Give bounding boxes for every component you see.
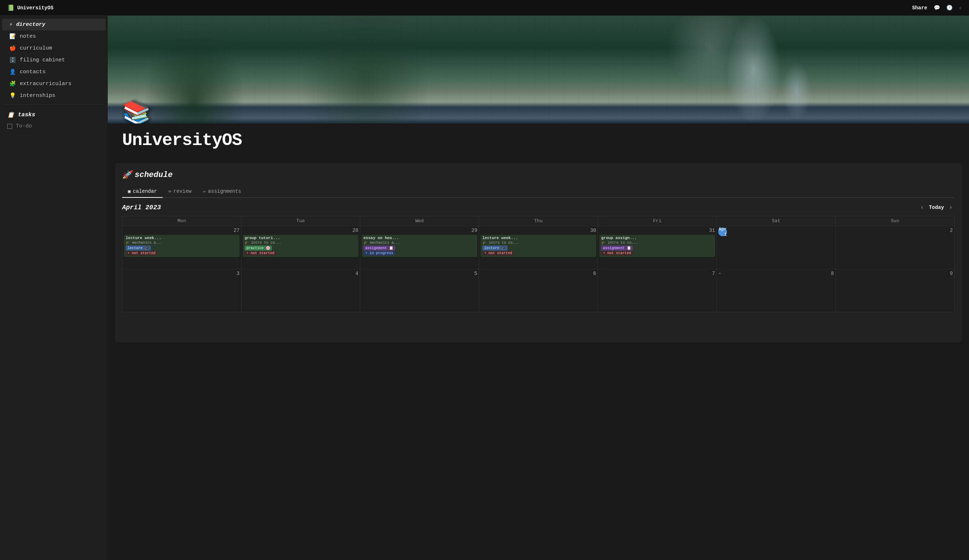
date-4: 4 <box>243 271 358 276</box>
cal-cell-mar30: 30 lecture week... 🎓 intro to co... lect… <box>479 226 598 269</box>
today-button[interactable]: Today <box>929 204 944 210</box>
date-apr1: Apr 1 <box>718 228 727 236</box>
page-title: UniversityOS <box>122 131 955 150</box>
date-3: 3 <box>124 271 240 276</box>
cal-row-2: 3 4 5 6 7 <box>123 269 955 312</box>
in-progress-badge: in progress <box>363 251 395 256</box>
page-content: 📚 UniversityOS 🚀 schedule ▣ calendar <box>108 16 969 560</box>
extracurriculars-icon: 🧩 <box>9 80 16 87</box>
assignments-tab-icon: ✏️ <box>203 188 206 194</box>
tab-assignments-label: assignments <box>208 188 241 194</box>
cal-cell-mar31: 31 group assign... 🎓 intro to co... assi… <box>598 226 717 269</box>
tab-assignments[interactable]: ✏️ assignments <box>197 186 247 198</box>
tasks-icon: 📋 <box>7 111 14 118</box>
event-sub: 🎓 mechanics a... <box>363 241 476 245</box>
sidebar-item-extracurriculars[interactable]: 🧩 extracurriculars <box>2 78 106 90</box>
date-29: 29 <box>362 228 477 233</box>
tab-review-label: review <box>173 188 191 194</box>
schedule-tabs: ▣ calendar ∞ review ✏️ assignments <box>122 186 955 198</box>
cal-cell-apr9: 9 <box>836 269 955 312</box>
sidebar-item-directory[interactable]: ⚡ directory <box>2 19 106 30</box>
topbar: 📗 UniversityOS Share 💬 🕐 ☆ <box>0 0 969 16</box>
cal-event-essay-wed[interactable]: essay on hea... 🎓 mechanics a... assignm… <box>362 235 477 257</box>
cal-cell-apr5: 5 <box>360 269 479 312</box>
weekday-thu: Thu <box>479 216 598 226</box>
not-started-badge: not started <box>245 251 276 256</box>
date-27: 27 <box>124 228 240 233</box>
sidebar-item-internships[interactable]: 💡 internships <box>2 90 106 101</box>
cal-event-lecture-week-mon[interactable]: lecture week... 🎓 mechanics a... lecture… <box>124 235 240 257</box>
cal-event-group-tutori-tue[interactable]: group tutori... 🎓 intro to co... practic… <box>243 235 358 257</box>
sidebar-item-label-extracurriculars: extracurriculars <box>20 81 72 87</box>
cal-cell-apr8: + 8 <box>717 269 836 312</box>
date-5: 5 <box>362 271 477 276</box>
topbar-actions: Share 💬 🕐 ☆ <box>912 5 962 11</box>
history-icon[interactable]: 🕐 <box>946 5 952 11</box>
sidebar-item-filing-cabinet[interactable]: 🗄️ filing cabinet <box>2 54 106 66</box>
todo-item[interactable]: To-do <box>0 121 108 132</box>
cal-cell-apr7: 7 <box>598 269 717 312</box>
weekday-sat: Sat <box>717 216 836 226</box>
sidebar-item-label-curriculum: curriculum <box>20 45 52 52</box>
sidebar-item-notes[interactable]: 📝 notes <box>2 30 106 42</box>
tab-calendar-label: calendar <box>133 188 157 194</box>
page-title-section: UniversityOS <box>108 123 969 160</box>
tab-review[interactable]: ∞ review <box>163 186 197 198</box>
calendar-month: April 2023 <box>122 204 161 211</box>
contacts-icon: 👤 <box>9 68 16 75</box>
event-title: lecture week... <box>482 236 594 240</box>
filing-cabinet-icon: 🗄️ <box>9 57 16 63</box>
event-title: lecture week... <box>126 236 238 240</box>
hero-trees-decoration <box>108 16 969 123</box>
share-button[interactable]: Share <box>912 5 927 11</box>
calendar-controls: ‹ Today › <box>918 204 955 211</box>
sidebar-divider <box>4 105 103 105</box>
cal-cell-apr6: 6 <box>479 269 598 312</box>
cal-event-group-assign-fri[interactable]: group assign... 🎓 intro to co... assignm… <box>599 235 715 257</box>
weekday-mon: Mon <box>123 216 241 226</box>
tab-calendar[interactable]: ▣ calendar <box>122 186 163 198</box>
calendar-nav: April 2023 ‹ Today › <box>122 204 955 211</box>
event-title: group tutori... <box>245 236 356 240</box>
sidebar-item-label-notes: notes <box>20 33 36 40</box>
event-sub: 🎓 mechanics a... <box>126 241 238 245</box>
prev-month-button[interactable]: ‹ <box>918 204 926 211</box>
date-31: 31 <box>599 228 715 233</box>
cal-cell-apr1: Apr 1 <box>717 226 836 269</box>
practice-badge: practice 🌸 <box>245 246 272 251</box>
cal-cell-apr3: 3 <box>123 269 241 312</box>
cal-event-lecture-thu[interactable]: lecture week... 🎓 intro to co... lecture… <box>481 235 596 257</box>
topbar-brand: 📗 UniversityOS <box>7 4 53 12</box>
chat-icon[interactable]: 💬 <box>934 5 940 11</box>
sidebar-item-label-internships: internships <box>20 93 55 99</box>
main-layout: ⚡ directory 📝 notes 🍎 curriculum 🗄️ fili… <box>0 16 969 560</box>
add-event-button[interactable]: + <box>718 271 721 276</box>
date-6: 6 <box>481 271 596 276</box>
main-content: 🚀 schedule ▣ calendar ∞ review ✏️ <box>108 160 969 560</box>
not-started-badge: not started <box>601 251 633 256</box>
cal-cell-mar27: 27 lecture week... 🎓 mechanics a... lect… <box>123 226 241 269</box>
sidebar-tasks-header: 📋 tasks <box>0 108 108 121</box>
next-month-button[interactable]: › <box>947 204 955 211</box>
sidebar-item-label-filing-cabinet: filing cabinet <box>20 57 65 63</box>
internships-icon: 💡 <box>9 92 16 99</box>
date-28: 28 <box>243 228 358 233</box>
schedule-header: 🚀 schedule <box>122 170 955 180</box>
sidebar-item-contacts[interactable]: 👤 contacts <box>2 66 106 78</box>
schedule-icon: 🚀 <box>122 170 132 180</box>
schedule-title: schedule <box>135 171 173 179</box>
sidebar: ⚡ directory 📝 notes 🍎 curriculum 🗄️ fili… <box>0 16 108 560</box>
directory-icon: ⚡ <box>9 21 13 28</box>
hero-books-icon: 📚 <box>122 99 151 123</box>
date-9: 9 <box>837 271 953 276</box>
notes-icon: 📝 <box>9 33 16 40</box>
not-started-badge: not started <box>126 251 157 256</box>
assignment-badge: assignment 📋 <box>363 246 395 251</box>
event-title: group assign... <box>601 236 713 240</box>
sidebar-item-label-contacts: contacts <box>20 69 46 75</box>
sidebar-item-curriculum[interactable]: 🍎 curriculum <box>2 42 106 54</box>
schedule-section: 🚀 schedule ▣ calendar ∞ review ✏️ <box>115 163 962 342</box>
todo-checkbox[interactable] <box>7 124 12 129</box>
cal-cell-mar29: 29 essay on hea... 🎓 mechanics a... assi… <box>360 226 479 269</box>
star-icon[interactable]: ☆ <box>959 5 962 11</box>
